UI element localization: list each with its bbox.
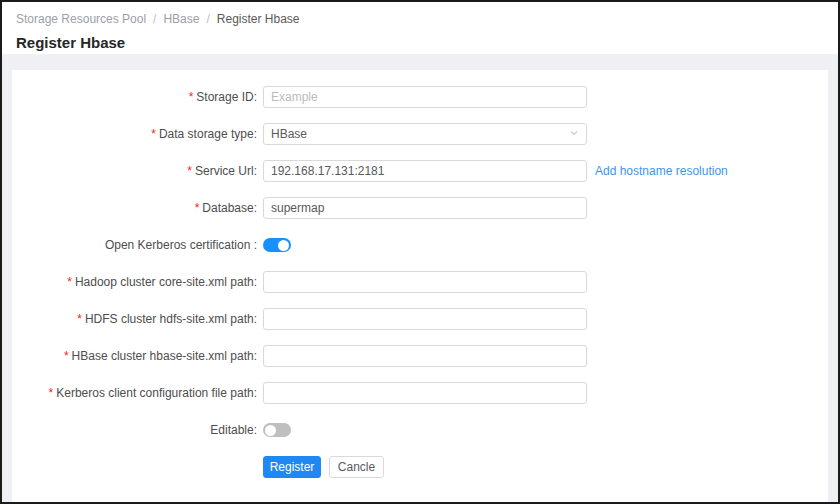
field-label: *Service Url: [12,160,263,182]
form-row-open-kerberos: Open Kerberos certification : [12,234,828,256]
switch-knob [265,425,276,436]
core-site-path-input[interactable] [263,271,587,293]
field-label: *HDFS cluster hdfs-site.xml path: [12,308,263,330]
chevron-down-icon [569,127,579,141]
form-row-kerberos-client-config: *Kerberos client configuration file path… [12,382,828,404]
register-button[interactable]: Register [263,456,321,478]
field-label-text: Open Kerberos certification : [105,238,257,252]
breadcrumb-item-storage-resources-pool[interactable]: Storage Resources Pool [16,12,146,26]
breadcrumb-separator: / [153,12,156,26]
form-row-service-url: *Service Url: Add hostname resolution [12,160,828,182]
storage-id-input[interactable] [263,86,587,108]
kerberos-client-config-path-input[interactable] [263,382,587,404]
field-label-text: HBase cluster hbase-site.xml path: [72,349,257,363]
form-row-core-site-path: *Hadoop cluster core-site.xml path: [12,271,828,293]
selected-value: HBase [271,127,307,141]
field-label: *Data storage type: [12,123,263,145]
form-row-storage-id: *Storage ID: [12,86,828,108]
field-label: *Hadoop cluster core-site.xml path: [12,271,263,293]
page-title: Register Hbase [16,34,824,51]
data-storage-type-select[interactable]: HBase [263,123,587,145]
form-row-hbase-site-path: *HBase cluster hbase-site.xml path: [12,345,828,367]
page-header: Storage Resources Pool / HBase / Registe… [2,2,838,54]
field-label: *Kerberos client configuration file path… [12,382,263,404]
form-row-hdfs-site-path: *HDFS cluster hdfs-site.xml path: [12,308,828,330]
hdfs-site-path-input[interactable] [263,308,587,330]
breadcrumb: Storage Resources Pool / HBase / Registe… [16,12,824,26]
field-label-text: Data storage type: [159,127,257,141]
service-url-input[interactable] [263,160,587,182]
field-label-text: Editable: [210,423,257,437]
field-label-text: Storage ID: [196,90,257,104]
breadcrumb-separator: / [206,12,209,26]
field-label: *Database: [12,197,263,219]
field-label-text: Database: [202,201,257,215]
form-row-data-storage-type: *Data storage type: HBase [12,123,828,145]
kerberos-certification-switch[interactable] [263,238,291,252]
required-asterisk: * [195,201,200,215]
field-label: Open Kerberos certification : [12,234,263,256]
required-asterisk: * [189,90,194,104]
form-row-editable: Editable: [12,419,828,441]
add-hostname-resolution-link[interactable]: Add hostname resolution [595,160,728,182]
breadcrumb-item-hbase[interactable]: HBase [163,12,199,26]
form-actions: Register Cancle [263,456,828,478]
required-asterisk: * [187,164,192,178]
cancel-button[interactable]: Cancle [329,456,384,478]
switch-knob [278,240,289,251]
required-asterisk: * [151,127,156,141]
field-label: *Storage ID: [12,86,263,108]
register-hbase-form: *Storage ID: *Data storage type: HBase *… [12,70,828,478]
field-label-text: Service Url: [195,164,257,178]
field-label: Editable: [12,419,263,441]
editable-switch[interactable] [263,423,291,437]
required-asterisk: * [49,386,54,400]
field-label-text: Kerberos client configuration file path: [56,386,257,400]
required-asterisk: * [77,312,82,326]
field-label: *HBase cluster hbase-site.xml path: [12,345,263,367]
database-input[interactable] [263,197,587,219]
required-asterisk: * [64,349,69,363]
hbase-site-path-input[interactable] [263,345,587,367]
form-row-database: *Database: [12,197,828,219]
form-card: *Storage ID: *Data storage type: HBase *… [12,70,828,502]
field-label-text: Hadoop cluster core-site.xml path: [75,275,257,289]
required-asterisk: * [67,275,72,289]
field-label-text: HDFS cluster hdfs-site.xml path: [85,312,257,326]
breadcrumb-item-register-hbase: Register Hbase [217,12,300,26]
